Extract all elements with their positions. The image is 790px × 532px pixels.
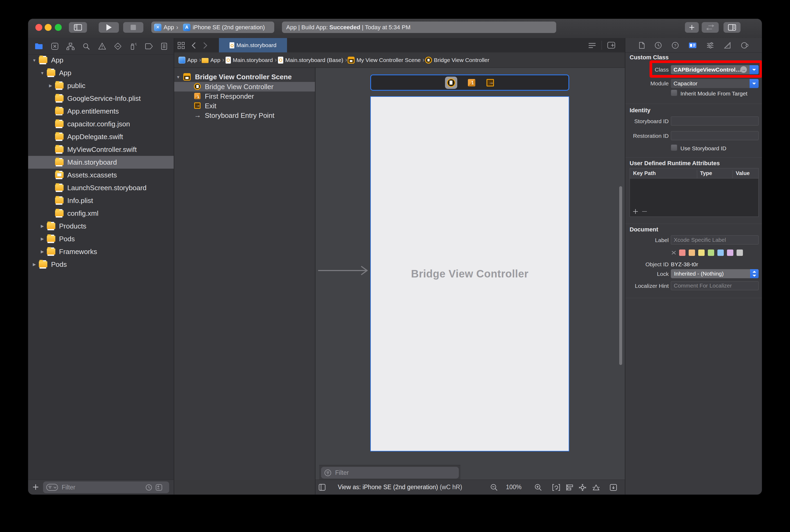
outline-row[interactable]: Exit bbox=[174, 101, 315, 111]
file-row[interactable]: App bbox=[28, 54, 174, 66]
editor-mode-button[interactable] bbox=[702, 22, 719, 33]
zoom-out-icon[interactable] bbox=[490, 484, 498, 491]
go-back-icon[interactable] bbox=[191, 42, 196, 49]
disclosure-triangle-icon[interactable] bbox=[38, 236, 46, 241]
jumpbar-item[interactable]: My View Controller Scene bbox=[348, 57, 421, 63]
debug-navigator-icon[interactable] bbox=[130, 42, 137, 50]
lock-stepper[interactable] bbox=[750, 269, 758, 278]
source-control-filter-icon[interactable] bbox=[156, 484, 162, 491]
exit-dock-icon[interactable] bbox=[486, 78, 495, 87]
quick-help-inspector-icon[interactable]: ? bbox=[672, 42, 679, 49]
disclosure-triangle-icon[interactable] bbox=[174, 75, 183, 79]
file-row[interactable]: GoogleService-Info.plist bbox=[28, 92, 174, 105]
storyboard-id-field[interactable] bbox=[671, 116, 758, 126]
restoration-id-field[interactable] bbox=[671, 131, 758, 140]
canvas-scrollbar[interactable] bbox=[619, 186, 622, 365]
class-dropdown-button[interactable] bbox=[750, 65, 758, 74]
jumpbar-item[interactable]: App bbox=[201, 57, 220, 63]
go-forward-icon[interactable] bbox=[203, 42, 208, 49]
file-row[interactable]: LaunchScreen.storyboard bbox=[28, 182, 174, 194]
add-constraints-icon[interactable] bbox=[579, 484, 586, 491]
close-window-button[interactable] bbox=[35, 24, 42, 31]
file-row[interactable]: Pods bbox=[28, 232, 174, 245]
add-editor-icon[interactable] bbox=[607, 42, 615, 49]
file-row[interactable]: config.xml bbox=[28, 207, 174, 220]
outline-filter-field[interactable] bbox=[321, 467, 459, 478]
file-row[interactable]: Main.storyboard bbox=[28, 156, 174, 169]
file-row[interactable]: capacitor.config.json bbox=[28, 118, 174, 130]
outline-row[interactable]: Storyboard Entry Point bbox=[174, 111, 315, 120]
recent-files-filter-icon[interactable] bbox=[146, 484, 152, 491]
zoom-window-button[interactable] bbox=[55, 24, 62, 31]
no-color-icon[interactable] bbox=[671, 249, 677, 256]
module-dropdown-button[interactable] bbox=[750, 79, 758, 88]
jumpbar-item[interactable]: › bbox=[345, 56, 347, 63]
file-inspector-icon[interactable] bbox=[639, 42, 645, 49]
jump-to-class-icon[interactable]: → bbox=[740, 66, 747, 73]
view-controller-dock-icon[interactable] bbox=[445, 77, 457, 89]
scene-header-row[interactable]: Bridge View Controller Scene bbox=[174, 72, 315, 82]
identity-inspector-icon-selected[interactable] bbox=[689, 42, 697, 49]
color-swatch[interactable] bbox=[708, 249, 714, 256]
jumpbar-item[interactable]: Main.storyboard bbox=[225, 57, 273, 63]
outline-row[interactable]: First Responder bbox=[174, 92, 315, 101]
toggle-inspector-button[interactable] bbox=[724, 22, 740, 33]
color-swatch[interactable] bbox=[727, 249, 733, 256]
view-controller-view[interactable]: Bridge View Controller bbox=[370, 96, 569, 451]
remove-attribute-button[interactable] bbox=[641, 209, 648, 214]
jumpbar-item[interactable]: App bbox=[178, 57, 197, 63]
disclosure-triangle-icon[interactable] bbox=[46, 83, 55, 88]
file-row[interactable]: App bbox=[28, 66, 174, 79]
disclosure-triangle-icon[interactable] bbox=[38, 249, 46, 254]
related-items-icon[interactable] bbox=[177, 42, 185, 49]
jumpbar-item[interactable]: › bbox=[275, 56, 277, 63]
storyboard-entry-point-arrow[interactable] bbox=[317, 265, 371, 277]
toggle-outline-icon[interactable] bbox=[319, 484, 326, 491]
localizer-hint-field[interactable] bbox=[671, 281, 758, 290]
find-navigator-icon[interactable] bbox=[82, 42, 90, 50]
file-row[interactable]: MyViewController.swift bbox=[28, 143, 174, 156]
color-swatch[interactable] bbox=[679, 249, 686, 256]
symbol-navigator-icon[interactable] bbox=[66, 42, 75, 50]
zoom-level[interactable]: 100% bbox=[506, 483, 522, 491]
tab-main-storyboard[interactable]: Main.storyboard bbox=[219, 38, 287, 52]
use-storyboard-id-checkbox[interactable] bbox=[671, 145, 677, 151]
run-button[interactable] bbox=[99, 22, 119, 33]
file-row[interactable]: AppDelegate.swift bbox=[28, 130, 174, 143]
outline-filter-input[interactable] bbox=[334, 469, 419, 477]
disclosure-triangle-icon[interactable] bbox=[38, 71, 46, 75]
first-responder-dock-icon[interactable] bbox=[467, 78, 476, 87]
test-navigator-icon[interactable] bbox=[114, 42, 121, 50]
add-attribute-button[interactable] bbox=[633, 209, 638, 214]
lock-popup[interactable]: Inherited - (Nothing) bbox=[671, 269, 758, 278]
resolve-autolayout-icon[interactable] bbox=[592, 484, 600, 491]
outline-canvas-divider[interactable] bbox=[315, 68, 315, 494]
size-inspector-icon[interactable] bbox=[724, 42, 731, 49]
library-button[interactable] bbox=[685, 22, 699, 33]
history-inspector-icon[interactable] bbox=[655, 42, 662, 49]
jumpbar-item[interactable]: › bbox=[423, 56, 425, 63]
source-control-navigator-icon[interactable] bbox=[51, 42, 59, 50]
file-row[interactable]: Assets.xcassets bbox=[28, 169, 174, 182]
class-field[interactable]: CAPBridgeViewControl… → bbox=[671, 65, 758, 74]
disclosure-triangle-icon[interactable] bbox=[30, 262, 38, 267]
editor-options-icon[interactable] bbox=[588, 42, 596, 49]
minimize-window-button[interactable] bbox=[45, 24, 52, 31]
navigator-filter-field[interactable] bbox=[43, 481, 169, 493]
embed-in-icon[interactable] bbox=[610, 484, 617, 491]
disclosure-triangle-icon[interactable] bbox=[30, 58, 38, 62]
filter-input[interactable] bbox=[61, 483, 138, 491]
color-swatch[interactable] bbox=[717, 249, 724, 256]
color-swatch[interactable] bbox=[689, 249, 695, 256]
issue-navigator-icon[interactable] bbox=[98, 42, 106, 50]
jumpbar-item[interactable]: › bbox=[222, 56, 224, 63]
jumpbar-item[interactable]: › bbox=[199, 56, 201, 63]
storyboard-canvas[interactable]: Bridge View Controller bbox=[315, 68, 625, 480]
file-row[interactable]: Frameworks bbox=[28, 245, 174, 258]
breakpoint-navigator-icon[interactable] bbox=[145, 43, 153, 50]
jumpbar-item[interactable]: Bridge View Controller bbox=[425, 57, 489, 63]
connections-inspector-icon[interactable] bbox=[741, 42, 749, 49]
color-swatch[interactable] bbox=[698, 249, 705, 256]
color-swatch[interactable] bbox=[736, 249, 743, 256]
update-frames-icon[interactable] bbox=[552, 484, 560, 491]
